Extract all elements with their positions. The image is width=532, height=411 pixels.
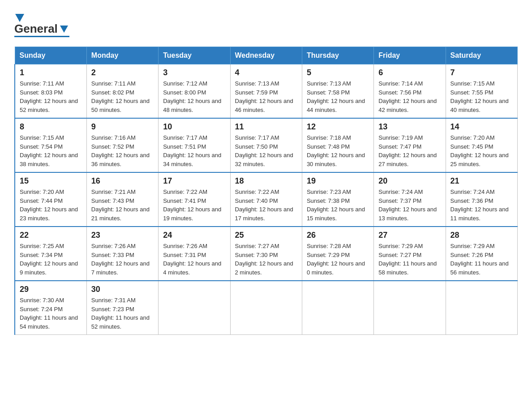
weekday-header-thursday: Thursday: [302, 47, 373, 64]
day-info: Sunrise: 7:17 AMSunset: 7:50 PMDaylight:…: [235, 133, 297, 168]
calendar-day-cell: 26Sunrise: 7:28 AMSunset: 7:29 PMDayligh…: [302, 227, 373, 281]
day-info: Sunrise: 7:22 AMSunset: 7:40 PMDaylight:…: [235, 188, 297, 223]
logo-triangle-icon: [15, 14, 24, 22]
day-info: Sunrise: 7:23 AMSunset: 7:38 PMDaylight:…: [307, 188, 369, 223]
logo-general-text2: General: [14, 22, 58, 36]
calendar-day-cell: 7Sunrise: 7:15 AMSunset: 7:55 PMDaylight…: [446, 64, 517, 119]
day-info: Sunrise: 7:17 AMSunset: 7:51 PMDaylight:…: [163, 133, 225, 168]
day-number: 17: [163, 176, 225, 186]
logo: General: [14, 11, 69, 38]
calendar-day-cell: 8Sunrise: 7:15 AMSunset: 7:54 PMDaylight…: [15, 118, 86, 172]
calendar-day-cell: 11Sunrise: 7:17 AMSunset: 7:50 PMDayligh…: [230, 118, 302, 172]
day-number: 20: [378, 176, 441, 186]
calendar-day-cell: 27Sunrise: 7:29 AMSunset: 7:27 PMDayligh…: [374, 227, 446, 281]
day-info: Sunrise: 7:20 AMSunset: 7:45 PMDaylight:…: [450, 133, 513, 168]
calendar-week-row: 15Sunrise: 7:20 AMSunset: 7:44 PMDayligh…: [15, 172, 518, 227]
day-number: 16: [91, 176, 154, 186]
calendar-week-row: 1Sunrise: 7:11 AMSunset: 8:03 PMDaylight…: [15, 64, 518, 119]
weekday-header-sunday: Sunday: [15, 47, 86, 64]
calendar-day-cell: 5Sunrise: 7:13 AMSunset: 7:58 PMDaylight…: [302, 64, 373, 119]
day-info: Sunrise: 7:15 AMSunset: 7:54 PMDaylight:…: [20, 133, 82, 168]
day-number: 30: [91, 285, 154, 294]
day-number: 6: [378, 68, 441, 77]
calendar-day-cell: 15Sunrise: 7:20 AMSunset: 7:44 PMDayligh…: [15, 172, 86, 227]
day-number: 4: [235, 68, 297, 77]
calendar-day-cell: [302, 281, 373, 335]
calendar-day-cell: 25Sunrise: 7:27 AMSunset: 7:30 PMDayligh…: [230, 227, 302, 281]
calendar-day-cell: 6Sunrise: 7:14 AMSunset: 7:56 PMDaylight…: [374, 64, 446, 119]
day-info: Sunrise: 7:12 AMSunset: 8:00 PMDaylight:…: [163, 79, 225, 114]
calendar-day-cell: [159, 281, 230, 335]
day-number: 5: [307, 68, 369, 77]
calendar-week-row: 8Sunrise: 7:15 AMSunset: 7:54 PMDaylight…: [15, 118, 518, 172]
calendar-day-cell: 17Sunrise: 7:22 AMSunset: 7:41 PMDayligh…: [159, 172, 230, 227]
day-number: 3: [163, 68, 225, 77]
day-info: Sunrise: 7:29 AMSunset: 7:26 PMDaylight:…: [450, 242, 513, 277]
day-number: 24: [163, 231, 225, 240]
day-number: 7: [450, 68, 513, 77]
day-number: 12: [307, 122, 369, 132]
calendar-day-cell: [446, 281, 517, 335]
day-number: 15: [20, 176, 82, 186]
day-info: Sunrise: 7:25 AMSunset: 7:34 PMDaylight:…: [20, 242, 82, 277]
weekday-header-tuesday: Tuesday: [159, 47, 230, 64]
calendar-day-cell: 2Sunrise: 7:11 AMSunset: 8:02 PMDaylight…: [86, 64, 158, 119]
calendar-week-row: 29Sunrise: 7:30 AMSunset: 7:24 PMDayligh…: [15, 281, 518, 335]
day-info: Sunrise: 7:24 AMSunset: 7:37 PMDaylight:…: [378, 188, 441, 223]
day-number: 1: [20, 68, 82, 77]
day-number: 22: [20, 231, 82, 240]
calendar-day-cell: 21Sunrise: 7:24 AMSunset: 7:36 PMDayligh…: [446, 172, 517, 227]
day-number: 8: [20, 122, 82, 132]
calendar-day-cell: 14Sunrise: 7:20 AMSunset: 7:45 PMDayligh…: [446, 118, 517, 172]
day-number: 29: [20, 285, 82, 294]
calendar-day-cell: 30Sunrise: 7:31 AMSunset: 7:23 PMDayligh…: [86, 281, 158, 335]
day-info: Sunrise: 7:22 AMSunset: 7:41 PMDaylight:…: [163, 188, 225, 223]
day-info: Sunrise: 7:20 AMSunset: 7:44 PMDaylight:…: [20, 188, 82, 223]
day-info: Sunrise: 7:18 AMSunset: 7:48 PMDaylight:…: [307, 133, 369, 168]
day-number: 23: [91, 231, 154, 240]
day-info: Sunrise: 7:11 AMSunset: 8:03 PMDaylight:…: [20, 79, 82, 114]
day-info: Sunrise: 7:13 AMSunset: 7:59 PMDaylight:…: [235, 79, 297, 114]
day-info: Sunrise: 7:15 AMSunset: 7:55 PMDaylight:…: [450, 79, 513, 114]
calendar-day-cell: [374, 281, 446, 335]
calendar-week-row: 22Sunrise: 7:25 AMSunset: 7:34 PMDayligh…: [15, 227, 518, 281]
weekday-header-friday: Friday: [374, 47, 446, 64]
day-number: 19: [307, 176, 369, 186]
calendar-day-cell: 18Sunrise: 7:22 AMSunset: 7:40 PMDayligh…: [230, 172, 302, 227]
calendar-day-cell: 23Sunrise: 7:26 AMSunset: 7:33 PMDayligh…: [86, 227, 158, 281]
day-info: Sunrise: 7:21 AMSunset: 7:43 PMDaylight:…: [91, 188, 154, 223]
day-number: 21: [450, 176, 513, 186]
calendar-day-cell: 16Sunrise: 7:21 AMSunset: 7:43 PMDayligh…: [86, 172, 158, 227]
day-number: 26: [307, 231, 369, 240]
day-info: Sunrise: 7:16 AMSunset: 7:52 PMDaylight:…: [91, 133, 154, 168]
day-number: 25: [235, 231, 297, 240]
calendar-day-cell: 28Sunrise: 7:29 AMSunset: 7:26 PMDayligh…: [446, 227, 517, 281]
calendar-day-cell: 29Sunrise: 7:30 AMSunset: 7:24 PMDayligh…: [15, 281, 86, 335]
day-number: 13: [378, 122, 441, 132]
calendar-day-cell: 20Sunrise: 7:24 AMSunset: 7:37 PMDayligh…: [374, 172, 446, 227]
weekday-header-wednesday: Wednesday: [230, 47, 302, 64]
day-info: Sunrise: 7:26 AMSunset: 7:33 PMDaylight:…: [91, 242, 154, 277]
logo-arrow-icon: [60, 26, 68, 33]
day-info: Sunrise: 7:30 AMSunset: 7:24 PMDaylight:…: [20, 296, 82, 331]
day-info: Sunrise: 7:29 AMSunset: 7:27 PMDaylight:…: [378, 242, 441, 277]
page-header: General: [14, 11, 518, 38]
weekday-header-row: SundayMondayTuesdayWednesdayThursdayFrid…: [15, 47, 518, 64]
calendar-day-cell: 3Sunrise: 7:12 AMSunset: 8:00 PMDaylight…: [159, 64, 230, 119]
day-info: Sunrise: 7:28 AMSunset: 7:29 PMDaylight:…: [307, 242, 369, 277]
day-info: Sunrise: 7:27 AMSunset: 7:30 PMDaylight:…: [235, 242, 297, 277]
day-info: Sunrise: 7:13 AMSunset: 7:58 PMDaylight:…: [307, 79, 369, 114]
weekday-header-monday: Monday: [86, 47, 158, 64]
calendar-day-cell: 13Sunrise: 7:19 AMSunset: 7:47 PMDayligh…: [374, 118, 446, 172]
calendar-day-cell: 22Sunrise: 7:25 AMSunset: 7:34 PMDayligh…: [15, 227, 86, 281]
day-info: Sunrise: 7:19 AMSunset: 7:47 PMDaylight:…: [378, 133, 441, 168]
day-number: 18: [235, 176, 297, 186]
day-number: 27: [378, 231, 441, 240]
day-info: Sunrise: 7:31 AMSunset: 7:23 PMDaylight:…: [91, 296, 154, 331]
calendar-day-cell: 1Sunrise: 7:11 AMSunset: 8:03 PMDaylight…: [15, 64, 86, 119]
day-number: 2: [91, 68, 154, 77]
calendar-day-cell: 4Sunrise: 7:13 AMSunset: 7:59 PMDaylight…: [230, 64, 302, 119]
day-number: 14: [450, 122, 513, 132]
day-info: Sunrise: 7:26 AMSunset: 7:31 PMDaylight:…: [163, 242, 225, 277]
calendar-day-cell: 19Sunrise: 7:23 AMSunset: 7:38 PMDayligh…: [302, 172, 373, 227]
